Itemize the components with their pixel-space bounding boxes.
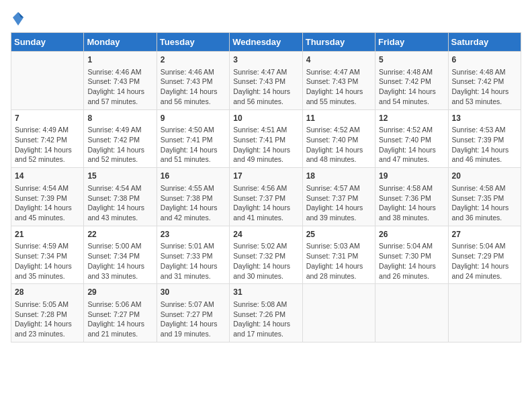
calendar-cell: 27Sunrise: 5:04 AMSunset: 7:29 PMDayligh…: [448, 226, 521, 284]
day-number: 18: [306, 171, 371, 182]
day-header-thursday: Thursday: [302, 33, 375, 52]
day-number: 9: [161, 113, 226, 124]
day-content: Sunrise: 4:46 AMSunset: 7:43 PMDaylight:…: [87, 67, 152, 107]
calendar-cell: 15Sunrise: 4:54 AMSunset: 7:38 PMDayligh…: [84, 168, 157, 226]
day-number: 4: [306, 54, 371, 66]
day-header-tuesday: Tuesday: [157, 33, 229, 52]
logo: [11, 11, 26, 27]
calendar-cell: 13Sunrise: 4:53 AMSunset: 7:39 PMDayligh…: [448, 109, 521, 168]
calendar-cell: 3Sunrise: 4:47 AMSunset: 7:43 PMDaylight…: [230, 52, 302, 110]
day-number: 26: [379, 229, 444, 240]
calendar-cell: 14Sunrise: 4:54 AMSunset: 7:39 PMDayligh…: [11, 168, 84, 226]
day-number: 25: [306, 229, 371, 240]
calendar-cell: 23Sunrise: 5:01 AMSunset: 7:33 PMDayligh…: [157, 226, 229, 284]
day-number: 3: [233, 54, 298, 66]
day-number: 6: [452, 54, 517, 66]
calendar-cell: 5Sunrise: 4:48 AMSunset: 7:42 PMDaylight…: [375, 52, 448, 110]
day-content: Sunrise: 4:49 AMSunset: 7:42 PMDaylight:…: [87, 125, 152, 165]
day-content: Sunrise: 5:07 AMSunset: 7:27 PMDaylight:…: [161, 300, 226, 339]
day-number: 11: [306, 113, 371, 124]
day-number: 10: [233, 113, 298, 124]
calendar-cell: [448, 284, 521, 342]
day-content: Sunrise: 4:47 AMSunset: 7:43 PMDaylight:…: [233, 67, 298, 107]
day-content: Sunrise: 5:03 AMSunset: 7:31 PMDaylight:…: [306, 241, 371, 281]
day-content: Sunrise: 5:06 AMSunset: 7:27 PMDaylight:…: [87, 300, 152, 339]
day-number: 7: [15, 113, 80, 124]
day-content: Sunrise: 4:47 AMSunset: 7:43 PMDaylight:…: [306, 67, 371, 107]
calendar-cell: 10Sunrise: 4:51 AMSunset: 7:41 PMDayligh…: [230, 109, 302, 168]
calendar-cell: 28Sunrise: 5:05 AMSunset: 7:28 PMDayligh…: [11, 284, 84, 342]
day-content: Sunrise: 4:59 AMSunset: 7:34 PMDaylight:…: [15, 241, 80, 281]
calendar-cell: 8Sunrise: 4:49 AMSunset: 7:42 PMDaylight…: [84, 109, 157, 168]
calendar-cell: 18Sunrise: 4:57 AMSunset: 7:37 PMDayligh…: [302, 168, 375, 226]
day-number: 1: [87, 54, 152, 66]
logo-icon: [11, 11, 25, 27]
day-number: 27: [452, 229, 517, 240]
day-content: Sunrise: 5:08 AMSunset: 7:26 PMDaylight:…: [233, 300, 298, 339]
day-number: 22: [87, 229, 152, 240]
calendar-cell: 4Sunrise: 4:47 AMSunset: 7:43 PMDaylight…: [302, 52, 375, 110]
day-content: Sunrise: 4:48 AMSunset: 7:42 PMDaylight:…: [379, 67, 444, 107]
day-content: Sunrise: 4:46 AMSunset: 7:43 PMDaylight:…: [161, 67, 226, 107]
calendar-cell: 16Sunrise: 4:55 AMSunset: 7:38 PMDayligh…: [157, 168, 229, 226]
day-header-sunday: Sunday: [11, 33, 84, 52]
day-content: Sunrise: 4:52 AMSunset: 7:40 PMDaylight:…: [306, 125, 371, 165]
calendar-cell: 22Sunrise: 5:00 AMSunset: 7:34 PMDayligh…: [84, 226, 157, 284]
calendar-cell: 7Sunrise: 4:49 AMSunset: 7:42 PMDaylight…: [11, 109, 84, 168]
week-row-3: 14Sunrise: 4:54 AMSunset: 7:39 PMDayligh…: [11, 168, 521, 226]
calendar-cell: 9Sunrise: 4:50 AMSunset: 7:41 PMDaylight…: [157, 109, 229, 168]
calendar-cell: 20Sunrise: 4:58 AMSunset: 7:35 PMDayligh…: [448, 168, 521, 226]
day-content: Sunrise: 4:57 AMSunset: 7:37 PMDaylight:…: [306, 183, 371, 223]
calendar-cell: 29Sunrise: 5:06 AMSunset: 7:27 PMDayligh…: [84, 284, 157, 342]
day-number: 23: [161, 229, 226, 240]
calendar-cell: [11, 52, 84, 110]
calendar-cell: 31Sunrise: 5:08 AMSunset: 7:26 PMDayligh…: [230, 284, 302, 342]
calendar-cell: 26Sunrise: 5:04 AMSunset: 7:30 PMDayligh…: [375, 226, 448, 284]
day-header-monday: Monday: [84, 33, 157, 52]
day-header-saturday: Saturday: [448, 33, 521, 52]
day-content: Sunrise: 4:52 AMSunset: 7:40 PMDaylight:…: [379, 125, 444, 165]
calendar-cell: 12Sunrise: 4:52 AMSunset: 7:40 PMDayligh…: [375, 109, 448, 168]
calendar-cell: 11Sunrise: 4:52 AMSunset: 7:40 PMDayligh…: [302, 109, 375, 168]
svg-marker-0: [13, 12, 24, 26]
day-number: 5: [379, 54, 444, 66]
day-number: 28: [15, 287, 80, 298]
calendar-cell: 6Sunrise: 4:48 AMSunset: 7:42 PMDaylight…: [448, 52, 521, 110]
calendar-table: SundayMondayTuesdayWednesdayThursdayFrid…: [11, 32, 521, 342]
day-number: 16: [161, 171, 226, 182]
day-header-friday: Friday: [375, 33, 448, 52]
day-number: 30: [161, 287, 226, 298]
day-number: 17: [233, 171, 298, 182]
day-header-wednesday: Wednesday: [230, 33, 302, 52]
day-content: Sunrise: 5:01 AMSunset: 7:33 PMDaylight:…: [161, 241, 226, 281]
day-number: 12: [379, 113, 444, 124]
day-number: 14: [15, 171, 80, 182]
calendar-cell: 30Sunrise: 5:07 AMSunset: 7:27 PMDayligh…: [157, 284, 229, 342]
day-number: 13: [452, 113, 517, 124]
day-content: Sunrise: 5:04 AMSunset: 7:30 PMDaylight:…: [379, 241, 444, 281]
week-row-1: 1Sunrise: 4:46 AMSunset: 7:43 PMDaylight…: [11, 52, 521, 110]
calendar-cell: [302, 284, 375, 342]
day-number: 29: [87, 287, 152, 298]
calendar-cell: 24Sunrise: 5:02 AMSunset: 7:32 PMDayligh…: [230, 226, 302, 284]
week-row-2: 7Sunrise: 4:49 AMSunset: 7:42 PMDaylight…: [11, 109, 521, 168]
page-header: [11, 11, 521, 27]
calendar-cell: 25Sunrise: 5:03 AMSunset: 7:31 PMDayligh…: [302, 226, 375, 284]
day-content: Sunrise: 4:53 AMSunset: 7:39 PMDaylight:…: [452, 125, 517, 165]
day-number: 31: [233, 287, 298, 298]
calendar-cell: 17Sunrise: 4:56 AMSunset: 7:37 PMDayligh…: [230, 168, 302, 226]
day-content: Sunrise: 4:54 AMSunset: 7:39 PMDaylight:…: [15, 183, 80, 223]
day-number: 24: [233, 229, 298, 240]
day-number: 8: [87, 113, 152, 124]
calendar-cell: 1Sunrise: 4:46 AMSunset: 7:43 PMDaylight…: [84, 52, 157, 110]
calendar-cell: 19Sunrise: 4:58 AMSunset: 7:36 PMDayligh…: [375, 168, 448, 226]
day-content: Sunrise: 4:58 AMSunset: 7:35 PMDaylight:…: [452, 183, 517, 223]
calendar-cell: [375, 284, 448, 342]
calendar-cell: 21Sunrise: 4:59 AMSunset: 7:34 PMDayligh…: [11, 226, 84, 284]
day-number: 20: [452, 171, 517, 182]
day-content: Sunrise: 4:55 AMSunset: 7:38 PMDaylight:…: [161, 183, 226, 223]
calendar-cell: 2Sunrise: 4:46 AMSunset: 7:43 PMDaylight…: [157, 52, 229, 110]
day-content: Sunrise: 4:49 AMSunset: 7:42 PMDaylight:…: [15, 125, 80, 165]
week-row-5: 28Sunrise: 5:05 AMSunset: 7:28 PMDayligh…: [11, 284, 521, 342]
day-number: 19: [379, 171, 444, 182]
